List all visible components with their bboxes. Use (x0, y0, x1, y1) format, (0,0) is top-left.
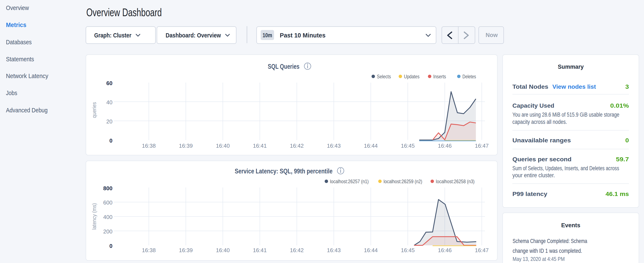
svg-text:0: 0 (110, 137, 112, 144)
svg-text:your entire cluster.: your entire cluster. (512, 172, 555, 178)
svg-text:Events: Events (561, 222, 580, 228)
svg-text:Jobs: Jobs (6, 90, 17, 96)
svg-text:59.7: 59.7 (616, 156, 629, 163)
svg-text:16:45: 16:45 (401, 247, 414, 253)
svg-text:Overview: Overview (6, 5, 29, 11)
svg-text:16:46: 16:46 (438, 143, 452, 149)
svg-text:16:39: 16:39 (179, 143, 193, 149)
svg-text:0.01%: 0.01% (610, 102, 629, 109)
svg-text:Advanced Debug: Advanced Debug (6, 107, 48, 114)
svg-text:View nodes list: View nodes list (552, 83, 596, 90)
svg-text:16:43: 16:43 (327, 247, 340, 253)
svg-text:Graph: Cluster: Graph: Cluster (94, 32, 132, 39)
svg-text:16:40: 16:40 (216, 247, 230, 253)
svg-text:localhost:26258 (n3): localhost:26258 (n3) (436, 178, 474, 184)
svg-text:capacity across all nodes.: capacity across all nodes. (512, 119, 567, 125)
svg-text:16:38: 16:38 (142, 143, 156, 149)
svg-text:Inserts: Inserts (433, 74, 446, 79)
svg-text:60: 60 (106, 80, 112, 86)
svg-text:3: 3 (625, 83, 629, 90)
svg-text:16:40: 16:40 (216, 143, 230, 149)
svg-text:16:45: 16:45 (401, 143, 414, 149)
svg-text:Overview Dashboard: Overview Dashboard (86, 6, 162, 19)
svg-text:20: 20 (106, 118, 112, 125)
svg-text:Sum of Selects, Updates, Inser: Sum of Selects, Updates, Inserts, and De… (512, 165, 619, 171)
svg-text:May 13, 2020 at 4:45 PM: May 13, 2020 at 4:45 PM (512, 256, 565, 262)
svg-text:16:46: 16:46 (438, 247, 452, 253)
svg-text:Past 10 Minutes: Past 10 Minutes (280, 32, 326, 39)
svg-text:Dashboard: Overview: Dashboard: Overview (166, 32, 221, 39)
svg-text:Capacity Used: Capacity Used (512, 102, 554, 109)
svg-text:localhost:26259 (n2): localhost:26259 (n2) (384, 178, 422, 184)
svg-text:600: 600 (103, 199, 112, 206)
svg-text:10m: 10m (262, 32, 272, 39)
svg-text:Total Nodes: Total Nodes (512, 83, 548, 90)
svg-text:16:47: 16:47 (475, 143, 488, 149)
svg-text:Summary: Summary (558, 63, 584, 70)
svg-text:16:39: 16:39 (179, 247, 193, 253)
svg-text:46.1 ms: 46.1 ms (606, 191, 629, 197)
svg-text:change with ID 1 was completed: change with ID 1 was completed. (512, 247, 582, 254)
svg-text:Updates: Updates (404, 74, 420, 79)
svg-text:Deletes: Deletes (462, 74, 476, 79)
svg-text:P99 latency: P99 latency (512, 191, 547, 197)
svg-text:latency (ms): latency (ms) (91, 203, 98, 230)
svg-text:You are using 28.6 MiB of 515.: You are using 28.6 MiB of 515.9 GiB usab… (512, 112, 619, 118)
svg-text:Statements: Statements (6, 56, 34, 63)
svg-text:Network Latency: Network Latency (6, 73, 48, 79)
svg-text:Metrics: Metrics (6, 22, 26, 28)
svg-text:200: 200 (103, 228, 112, 235)
svg-text:16:42: 16:42 (290, 247, 304, 253)
svg-text:SQL Queries: SQL Queries (268, 63, 300, 70)
svg-text:0: 0 (625, 137, 629, 144)
svg-text:0: 0 (110, 243, 112, 249)
svg-text:16:47: 16:47 (475, 247, 488, 253)
svg-text:Queries per second: Queries per second (512, 156, 572, 163)
svg-text:16:38: 16:38 (142, 247, 156, 253)
svg-text:Unavailable ranges: Unavailable ranges (512, 137, 571, 144)
svg-text:800: 800 (103, 185, 112, 191)
svg-text:16:41: 16:41 (253, 247, 266, 253)
svg-text:16:42: 16:42 (290, 143, 304, 149)
svg-text:40: 40 (106, 99, 112, 106)
svg-text:Selects: Selects (377, 74, 391, 79)
svg-text:400: 400 (103, 214, 112, 220)
svg-text:Service Latency: SQL, 99th per: Service Latency: SQL, 99th percentile (235, 167, 332, 175)
svg-text:Databases: Databases (6, 39, 32, 46)
svg-text:Now: Now (486, 32, 498, 38)
svg-text:16:41: 16:41 (253, 143, 266, 149)
svg-text:queries: queries (91, 102, 98, 118)
svg-text:16:43: 16:43 (327, 143, 340, 149)
svg-text:localhost:26257 (n1): localhost:26257 (n1) (330, 178, 369, 184)
svg-text:16:44: 16:44 (364, 143, 378, 149)
svg-text:Schema Change Completed: Schem: Schema Change Completed: Schema (512, 238, 587, 244)
svg-text:16:44: 16:44 (364, 247, 378, 253)
